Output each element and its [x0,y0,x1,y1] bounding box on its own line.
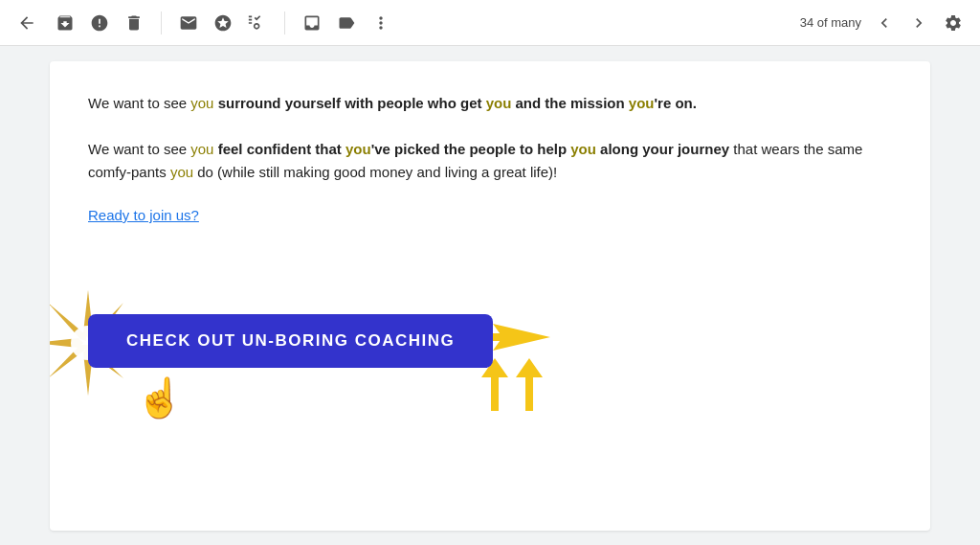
toolbar-divider-2 [284,11,285,34]
toolbar-left [15,11,800,34]
para2-you2: you [345,141,371,157]
arrows-up-group [481,358,543,411]
snooze-button[interactable] [212,11,234,34]
action-group-2 [177,11,269,34]
svg-marker-12 [516,358,543,411]
email-counter: 34 of many [800,15,861,30]
svg-marker-6 [50,345,86,378]
arrow-up-right-icon [516,358,543,411]
action-group-1 [54,11,145,34]
para1-you2: you [486,95,512,111]
spam-button[interactable] [88,11,111,34]
mark-unread-button[interactable] [177,11,200,34]
settings-button[interactable] [942,11,965,34]
add-task-button[interactable] [246,11,269,34]
paragraph-2: We want to see you feel confident that y… [88,138,892,184]
para1-end: 're on. [655,95,697,111]
next-email-button[interactable] [907,11,930,34]
para1-you1: you [190,95,213,111]
para2-bold1: feel confident that [213,141,345,157]
action-group-3 [301,11,392,34]
para2-you1: you [190,141,213,157]
svg-marker-3 [50,338,83,348]
paragraph-1: We want to see you surround yourself wit… [88,92,892,115]
email-content: We want to see you surround yourself wit… [50,61,930,531]
move-to-inbox-button[interactable] [301,11,323,34]
archive-button[interactable] [54,11,77,34]
cta-wrapper: CHECK OUT UN-BORING COACHING ☝️ [88,314,493,368]
para2-you3: you [570,141,596,157]
para1-text-before1: We want to see [88,95,190,111]
para1-you3: you [629,95,655,111]
para2-before1: We want to see [88,141,190,157]
svg-marker-7 [50,303,86,341]
delete-button[interactable] [122,11,145,34]
cta-section: CHECK OUT UN-BORING COACHING ☝️ [88,255,892,427]
prev-email-button[interactable] [873,11,896,34]
para1-rest: and the mission [511,95,629,111]
label-button[interactable] [335,11,358,34]
hand-pointing-icon: ☝️ [136,375,184,420]
back-button[interactable] [15,11,38,34]
toolbar-divider-1 [161,11,162,34]
para2-end: do (while still making good money and li… [193,164,557,180]
para2-you4: you [170,164,193,180]
para2-bold2: 've picked the people to help [371,141,571,157]
toolbar-right: 34 of many [800,11,965,34]
para2-bold3: along your journey [596,141,729,157]
join-link[interactable]: Ready to join us? [88,207,199,223]
para1-bold1: surround yourself with people who get [213,95,485,111]
cta-button[interactable]: CHECK OUT UN-BORING COACHING [88,314,493,368]
more-button[interactable] [369,11,392,34]
email-toolbar: 34 of many [0,0,980,46]
